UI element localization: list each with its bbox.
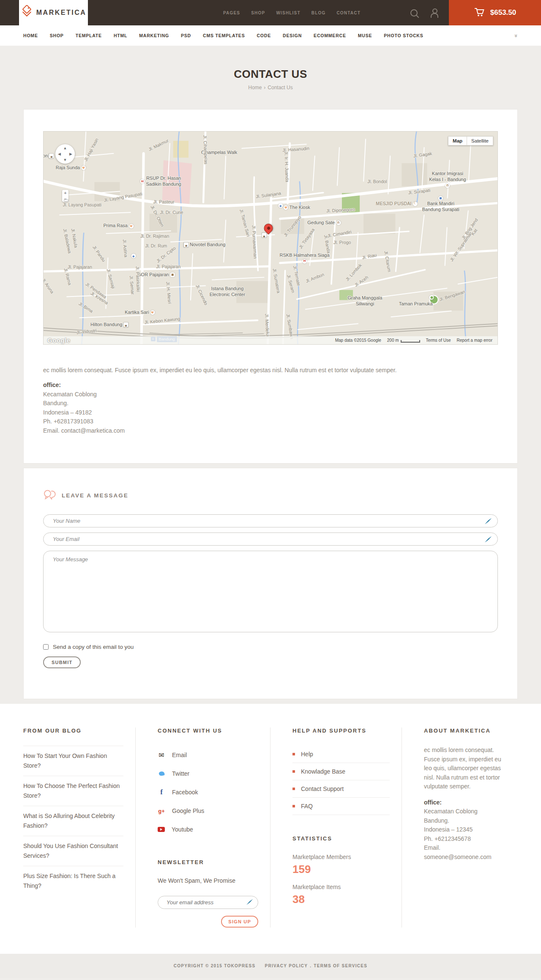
social-link-facebook[interactable]: Facebook — [158, 783, 258, 802]
main-nav-item[interactable]: DESIGN — [283, 33, 302, 38]
blog-post-link[interactable]: How To Start Your Own Fashion Store? — [23, 746, 123, 776]
logo[interactable]: MARKETICA — [19, 0, 88, 25]
social-link-twitter[interactable]: Twitter — [158, 764, 258, 783]
office-block: office: Kecamatan CoblongBandung.Indones… — [43, 381, 498, 435]
help-link[interactable]: FAQ — [292, 798, 390, 815]
google-map[interactable]: Cihampelas WalkJl. HasanudinJl. Ir. H. J… — [43, 131, 498, 345]
main-nav-item[interactable]: SHOP — [50, 33, 64, 38]
terms-of-services-link[interactable]: TERMS OF SERVICES — [314, 964, 367, 968]
footer-connect-column: CONNECT WITH US EmailTwitterFacebookGoog… — [135, 727, 270, 928]
help-link[interactable]: Knowladge Base — [292, 763, 390, 780]
main-nav-item[interactable]: CODE — [257, 33, 271, 38]
blog-post-link[interactable]: Plus Size Fashion: Is There Such a Thing… — [23, 866, 123, 896]
email-input[interactable] — [43, 533, 498, 546]
cart-button[interactable]: $653.50 — [449, 0, 541, 25]
privacy-policy-link[interactable]: PRIVACY POLICY — [265, 964, 308, 968]
terms-of-use-link[interactable]: Terms of Use — [426, 338, 451, 343]
main-nav-item[interactable]: PHOTO STOCKS — [384, 33, 423, 38]
name-input[interactable] — [43, 514, 498, 527]
office-line: Ph. +62817391083 — [43, 417, 498, 426]
stat-item: Marketplace Members159 — [292, 854, 390, 876]
map-pan-control[interactable]: ▲▼◀▶ — [55, 144, 75, 164]
breadcrumb-current: Contact Us — [268, 85, 292, 91]
main-nav-item[interactable]: HOME — [23, 33, 38, 38]
map-data-copyright: Map data ©2015 Google — [335, 338, 381, 343]
help-link[interactable]: Contact Support — [292, 780, 390, 797]
blog-post-link[interactable]: What is So Alluring About Celebrity Fash… — [23, 806, 123, 836]
chat-bubbles-icon — [43, 489, 56, 502]
page-header: CONTACT US Home›Contact Us — [0, 46, 541, 109]
copyright-bar: COPYRIGHT © 2015 TOKOPRESS PRIVACY POLIC… — [0, 954, 541, 978]
social-links: EmailTwitterFacebookGoogle PlusYoutube — [158, 746, 258, 839]
logo-text: MARKETICA — [36, 9, 87, 16]
copyright-text: COPYRIGHT © 2015 TOKOPRESS — [174, 964, 256, 968]
office-line: Bandung. — [424, 816, 506, 826]
main-nav-item[interactable]: HTML — [114, 33, 127, 38]
office-line: Ph. +6212345678 — [424, 835, 506, 844]
youtube-icon — [158, 827, 165, 832]
breadcrumb-separator: › — [264, 85, 265, 91]
cart-total: $653.50 — [490, 8, 516, 17]
top-bar: MARKETICA PAGESSHOPWISHLISTBLOGCONTACT $… — [0, 0, 541, 25]
newsletter-email-input[interactable] — [158, 896, 258, 909]
nav-more-chevron-icon[interactable]: » — [513, 34, 519, 37]
map-type-toggle: Map Satellite — [448, 136, 493, 145]
stat-value: 38 — [292, 893, 390, 906]
map-zoom-control[interactable]: + − — [62, 190, 68, 202]
top-nav-item[interactable]: SHOP — [251, 11, 265, 15]
main-nav-item[interactable]: TEMPLATE — [76, 33, 102, 38]
top-nav-item[interactable]: BLOG — [311, 11, 326, 15]
site-footer: FROM OUR BLOG How To Start Your Own Fash… — [0, 704, 541, 954]
top-nav-item[interactable]: CONTACT — [336, 11, 361, 15]
top-nav-item[interactable]: WISHLIST — [276, 11, 300, 15]
help-list-item: Contact Support — [292, 780, 390, 798]
blog-list-item: Should You Use Fashion Consultant Servic… — [23, 836, 123, 866]
contact-card: Cihampelas WalkJl. HasanudinJl. Ir. H. J… — [23, 109, 518, 464]
newsletter-tagline: We Won't Spam, We Promise — [158, 877, 258, 884]
social-link-gplus[interactable]: Google Plus — [158, 802, 258, 820]
form-heading: LEAVE A MESSAGE — [62, 492, 128, 499]
social-link-youtube[interactable]: Youtube — [158, 820, 258, 839]
social-link-email[interactable]: Email — [158, 746, 258, 764]
about-text: ec mollis lorem consequat. Fusce ipsum e… — [424, 746, 506, 791]
office-label: office: — [43, 381, 498, 390]
top-nav: PAGESSHOPWISHLISTBLOGCONTACT — [223, 0, 361, 25]
blog-post-link[interactable]: Should You Use Fashion Consultant Servic… — [23, 836, 123, 866]
main-nav-item[interactable]: PSD — [181, 33, 191, 38]
stat-item: Marketplace Items38 — [292, 884, 390, 906]
stat-label: Marketplace Members — [292, 854, 390, 860]
map-type-map-button[interactable]: Map — [448, 136, 467, 145]
main-nav-item[interactable]: ECOMMERCE — [314, 33, 346, 38]
office-line: Bandung. — [43, 399, 498, 408]
main-nav-item[interactable]: MUSE — [358, 33, 372, 38]
top-icons — [410, 0, 439, 25]
email-icon — [158, 751, 165, 759]
main-nav-item[interactable]: MARKETING — [139, 33, 169, 38]
map-scale: 200 m — [387, 338, 420, 343]
help-link[interactable]: Help — [292, 746, 390, 763]
help-links: HelpKnowladge BaseContact SupportFAQ — [292, 746, 390, 815]
message-textarea[interactable] — [43, 551, 498, 632]
signup-button[interactable]: SIGN UP — [221, 916, 258, 928]
search-icon[interactable] — [410, 9, 418, 16]
send-copy-checkbox[interactable] — [43, 644, 49, 650]
breadcrumb-home[interactable]: Home — [248, 85, 262, 91]
send-copy-label: Send a copy of this email to you — [53, 644, 134, 650]
main-nav-item[interactable]: CMS TEMPLATES — [203, 33, 245, 38]
account-icon[interactable] — [430, 8, 439, 17]
blog-list-item: What is So Alluring About Celebrity Fash… — [23, 806, 123, 836]
office-label: office: — [424, 798, 506, 807]
zoom-in-button[interactable]: + — [62, 190, 68, 196]
top-nav-item[interactable]: PAGES — [223, 11, 240, 15]
report-map-error-link[interactable]: Report a map error — [457, 338, 492, 343]
blog-list: How To Start Your Own Fashion Store?How … — [23, 746, 123, 896]
facebook-icon — [158, 788, 165, 796]
blog-heading: FROM OUR BLOG — [23, 727, 123, 734]
map-type-satellite-button[interactable]: Satellite — [467, 136, 493, 145]
email-field-wrap — [43, 533, 498, 546]
submit-button[interactable]: SUBMIT — [43, 656, 81, 668]
tag-icon — [21, 5, 33, 20]
pen-icon — [485, 536, 492, 543]
connect-heading: CONNECT WITH US — [158, 727, 258, 734]
blog-post-link[interactable]: How To Choose The Perfect Fashion Store? — [23, 776, 123, 806]
